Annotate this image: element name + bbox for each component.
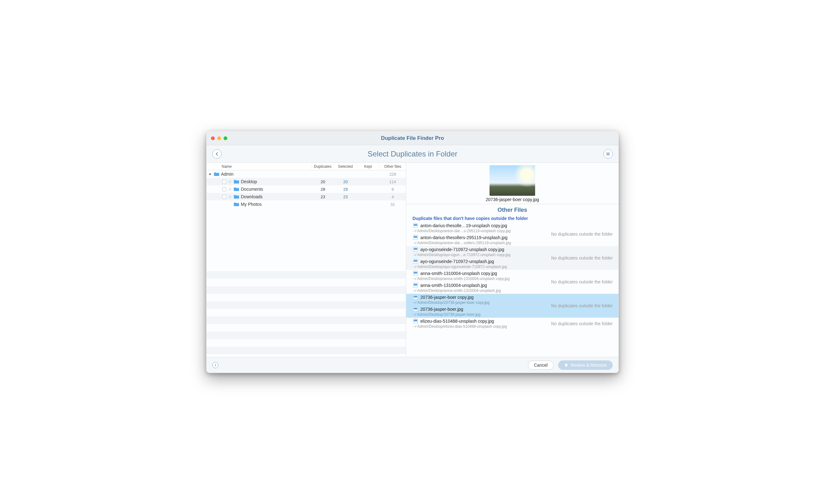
file-line[interactable]: ayo-ogunseinde-710972-unsplash copy.jpg bbox=[406, 246, 618, 253]
cancel-button[interactable]: Cancel bbox=[528, 360, 554, 370]
column-header-name[interactable]: Name bbox=[207, 163, 312, 170]
file-group[interactable]: elizeu-dias-510488-unsplash copy.jpg~/ A… bbox=[406, 318, 618, 330]
image-file-icon bbox=[413, 319, 418, 323]
menu-button[interactable] bbox=[603, 149, 613, 159]
image-file-icon bbox=[413, 295, 418, 300]
file-name: ayo-ogunseinde-710972-unsplash copy.jpg bbox=[420, 247, 504, 252]
cell-selected: 23 bbox=[334, 194, 357, 199]
image-file-icon bbox=[413, 283, 418, 287]
tree-row[interactable]: Documents29298 bbox=[207, 185, 406, 193]
tree-row[interactable]: My Photos31 bbox=[207, 200, 406, 208]
image-file-icon bbox=[413, 247, 418, 252]
column-header-selected[interactable]: Selected bbox=[334, 163, 357, 170]
cell-other: 8 bbox=[379, 187, 406, 192]
file-path: ~/ Admin/Desktop/anton-dar…sollers-29511… bbox=[406, 241, 618, 246]
file-path: ~/ Admin/Desktop/ayo-ogunseinde-710972-u… bbox=[406, 265, 618, 270]
image-file-icon bbox=[413, 235, 418, 240]
info-button[interactable]: i bbox=[212, 362, 219, 368]
maximize-window-button[interactable] bbox=[224, 136, 227, 140]
folder-name: Admin bbox=[221, 172, 234, 177]
file-name: anton-darius-thesollers-295119-unsplash.… bbox=[420, 235, 508, 240]
file-group[interactable]: 20736-jasper-boer copy.jpg~/ Admin/Deskt… bbox=[406, 294, 618, 318]
cell-other: 229 bbox=[379, 172, 406, 177]
file-group[interactable]: anna-smith-1310004-unsplash copy.jpg~/ A… bbox=[406, 270, 618, 294]
no-duplicates-message: No duplicates outside the folder bbox=[551, 255, 613, 260]
app-window: Duplicate File Finder Pro Select Duplica… bbox=[206, 131, 619, 373]
tree-row[interactable]: ▼Admin229 bbox=[207, 170, 406, 178]
cell-duplicates: 23 bbox=[312, 194, 334, 199]
file-line[interactable]: anton-darius-thesolle…19-unsplash copy.j… bbox=[406, 222, 618, 229]
no-duplicates-message: No duplicates outside the folder bbox=[551, 303, 613, 308]
folder-panel: Name Duplicates Selected Kept Other file… bbox=[207, 163, 406, 357]
cell-duplicates: 29 bbox=[312, 187, 334, 192]
preview-section: 20736-jasper-boer copy.jpg bbox=[406, 163, 618, 204]
disclosure-triangle-icon[interactable]: ▼ bbox=[208, 172, 212, 176]
file-name: anna-smith-1310004-unsplash copy.jpg bbox=[420, 271, 497, 276]
traffic-lights bbox=[211, 136, 227, 140]
hamburger-icon bbox=[606, 152, 611, 157]
star-icon[interactable] bbox=[228, 187, 232, 191]
trash-icon bbox=[564, 363, 569, 367]
cell-other: 31 bbox=[379, 202, 406, 207]
star-icon[interactable] bbox=[228, 180, 232, 184]
other-files-subtitle: Duplicate files that don't have copies o… bbox=[406, 215, 618, 222]
main-content: Name Duplicates Selected Kept Other file… bbox=[207, 163, 618, 357]
star-icon[interactable] bbox=[228, 195, 232, 199]
file-path: ~/ Admin/Desktop/20736-jasper-boer.jpg bbox=[406, 312, 618, 318]
file-name: anton-darius-thesolle…19-unsplash copy.j… bbox=[420, 223, 507, 228]
file-group[interactable]: ayo-ogunseinde-710972-unsplash copy.jpg~… bbox=[406, 246, 618, 270]
cell-other: 114 bbox=[379, 179, 406, 184]
cancel-button-label: Cancel bbox=[534, 362, 548, 368]
tree-row[interactable]: Desktop2020114 bbox=[207, 178, 406, 185]
cell-duplicates: 20 bbox=[312, 179, 334, 184]
app-title: Duplicate File Finder Pro bbox=[207, 135, 618, 142]
file-path: ~/ Admin/Desktop/anna-smith-1310004-unsp… bbox=[406, 288, 618, 294]
no-duplicates-message: No duplicates outside the folder bbox=[551, 232, 613, 237]
file-line[interactable]: 20736-jasper-boer copy.jpg bbox=[406, 294, 618, 301]
file-line[interactable]: anna-smith-1310004-unsplash copy.jpg bbox=[406, 270, 618, 276]
file-name: 20736-jasper-boer.jpg bbox=[420, 307, 463, 312]
folder-checkbox[interactable] bbox=[222, 187, 226, 191]
image-file-icon bbox=[413, 307, 418, 311]
minimize-window-button[interactable] bbox=[217, 136, 221, 140]
review-remove-button[interactable]: Review & Remove bbox=[558, 360, 613, 370]
details-panel: 20736-jasper-boer copy.jpg Other Files D… bbox=[406, 163, 618, 357]
page-title: Select Duplicates in Folder bbox=[212, 150, 613, 158]
tree-empty-stripes bbox=[207, 264, 406, 357]
folder-name: Downloads bbox=[241, 194, 262, 199]
info-icon: i bbox=[215, 362, 216, 368]
image-file-icon bbox=[413, 271, 418, 275]
folder-icon bbox=[234, 202, 239, 206]
image-file-icon bbox=[413, 223, 418, 228]
titlebar: Duplicate File Finder Pro bbox=[207, 131, 618, 145]
close-window-button[interactable] bbox=[211, 136, 215, 140]
column-header-other[interactable]: Other files bbox=[379, 163, 406, 170]
file-name: elizeu-dias-510488-unsplash copy.jpg bbox=[420, 319, 494, 324]
file-group[interactable]: anton-darius-thesolle…19-unsplash copy.j… bbox=[406, 222, 618, 246]
cell-selected: 20 bbox=[334, 179, 357, 184]
column-header-kept[interactable]: Kept bbox=[357, 163, 379, 170]
tree-row[interactable]: Downloads23234 bbox=[207, 193, 406, 200]
file-name: anna-smith-1310004-unsplash.jpg bbox=[420, 283, 487, 288]
chevron-left-icon bbox=[214, 152, 219, 157]
folder-icon bbox=[234, 179, 239, 184]
file-name: 20736-jasper-boer copy.jpg bbox=[420, 295, 473, 300]
preview-thumbnail bbox=[490, 165, 535, 196]
bottom-bar: i Cancel Review & Remove bbox=[207, 357, 618, 373]
folder-name: Documents bbox=[241, 187, 263, 192]
folder-icon bbox=[234, 194, 239, 199]
cell-selected: 29 bbox=[334, 187, 357, 192]
folder-name: My Photos bbox=[241, 202, 261, 207]
back-button[interactable] bbox=[212, 149, 222, 159]
image-file-icon bbox=[413, 259, 418, 264]
other-files-list[interactable]: anton-darius-thesolle…19-unsplash copy.j… bbox=[406, 222, 618, 357]
column-header-duplicates[interactable]: Duplicates bbox=[312, 163, 334, 170]
no-duplicates-message: No duplicates outside the folder bbox=[551, 279, 613, 284]
cell-other: 4 bbox=[379, 194, 406, 199]
folder-checkbox[interactable] bbox=[222, 180, 226, 184]
folder-checkbox[interactable] bbox=[222, 195, 226, 199]
column-headers: Name Duplicates Selected Kept Other file… bbox=[207, 163, 406, 170]
preview-filename: 20736-jasper-boer copy.jpg bbox=[406, 197, 618, 202]
file-name: ayo-ogunseinde-710972-unsplash.jpg bbox=[420, 259, 494, 264]
folder-tree[interactable]: ▼Admin229Desktop2020114Documents29298Dow… bbox=[207, 170, 406, 264]
